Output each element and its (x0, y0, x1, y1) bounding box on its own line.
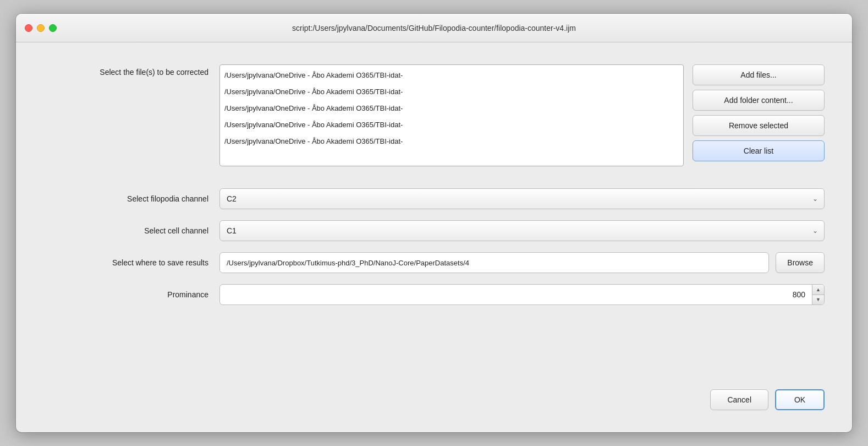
file-selection-control: /Users/jpylvana/OneDrive - Åbo Akademi O… (219, 64, 825, 166)
browse-button[interactable]: Browse (776, 252, 825, 273)
prominance-spinner: ▲ ▼ (812, 285, 824, 304)
file-selection-row: Select the file(s) to be corrected /User… (43, 64, 825, 166)
footer: Cancel OK (43, 378, 825, 416)
prominance-label: Prominance (43, 290, 219, 299)
list-item[interactable]: /Users/jpylvana/OneDrive - Åbo Akademi O… (220, 100, 683, 117)
cell-channel-wrapper: C1 C2 C3 C4 ⌄ (219, 220, 825, 241)
cell-channel-select[interactable]: C1 C2 C3 C4 (219, 220, 825, 241)
spinner-up-button[interactable]: ▲ (812, 285, 824, 295)
cancel-button[interactable]: Cancel (710, 389, 768, 410)
close-button[interactable] (25, 24, 32, 32)
clear-list-button[interactable]: Clear list (693, 140, 825, 161)
add-folder-button[interactable]: Add folder content... (693, 90, 825, 111)
filopodia-channel-wrapper: C2 C1 C3 C4 ⌄ (219, 188, 825, 209)
traffic-lights (25, 24, 57, 32)
window-title: script:/Users/jpylvana/Documents/GitHub/… (292, 24, 576, 32)
prominance-input-wrapper: ▲ ▼ (219, 284, 825, 305)
titlebar: script:/Users/jpylvana/Documents/GitHub/… (16, 14, 852, 42)
file-listbox[interactable]: /Users/jpylvana/OneDrive - Åbo Akademi O… (219, 64, 684, 166)
save-path-label: Select where to save results (43, 258, 219, 267)
prominance-input[interactable] (220, 290, 812, 299)
ok-button[interactable]: OK (775, 389, 825, 410)
cell-channel-label: Select cell channel (43, 226, 219, 235)
cell-channel-row: Select cell channel C1 C2 C3 C4 ⌄ (43, 220, 825, 241)
content-area: Select the file(s) to be corrected /User… (16, 42, 852, 432)
filopodia-channel-select[interactable]: C2 C1 C3 C4 (219, 188, 825, 209)
add-files-button[interactable]: Add files... (693, 64, 825, 85)
save-path-row: Select where to save results Browse (43, 252, 825, 273)
main-window: script:/Users/jpylvana/Documents/GitHub/… (16, 14, 852, 432)
remove-selected-button[interactable]: Remove selected (693, 115, 825, 136)
list-item[interactable]: /Users/jpylvana/OneDrive - Åbo Akademi O… (220, 133, 683, 150)
prominance-row: Prominance ▲ ▼ (43, 284, 825, 305)
minimize-button[interactable] (37, 24, 45, 32)
list-item[interactable]: /Users/jpylvana/OneDrive - Åbo Akademi O… (220, 117, 683, 133)
file-selection-label: Select the file(s) to be corrected (43, 64, 219, 77)
filopodia-channel-row: Select filopodia channel C2 C1 C3 C4 ⌄ (43, 188, 825, 209)
file-action-buttons: Add files... Add folder content... Remov… (693, 64, 825, 161)
save-path-input[interactable] (219, 252, 769, 273)
spinner-down-button[interactable]: ▼ (812, 295, 824, 305)
list-item[interactable]: /Users/jpylvana/OneDrive - Åbo Akademi O… (220, 67, 683, 84)
list-item[interactable]: /Users/jpylvana/OneDrive - Åbo Akademi O… (220, 84, 683, 100)
filopodia-channel-label: Select filopodia channel (43, 194, 219, 203)
maximize-button[interactable] (49, 24, 57, 32)
